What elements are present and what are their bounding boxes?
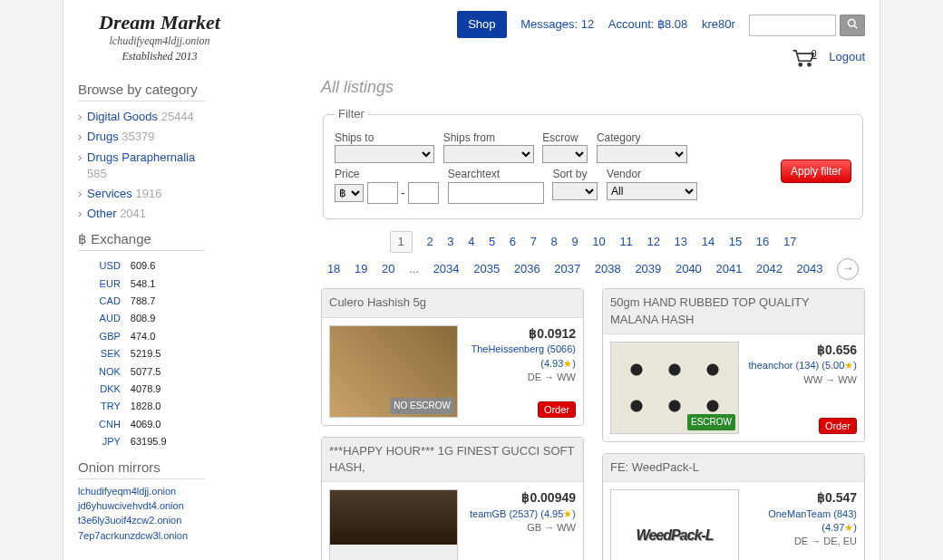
page-link[interactable]: 2: [426, 234, 433, 250]
mirror-link[interactable]: jd6yhuwcivehvdt4.onion: [78, 499, 205, 513]
cart-button[interactable]: 0: [792, 49, 815, 67]
star-icon: ★: [563, 508, 572, 519]
listing-thumbnail[interactable]: ESCROW: [329, 489, 458, 560]
page-link[interactable]: 18: [327, 261, 340, 277]
listing-title[interactable]: ***HAPPY HOUR*** 1G FINEST GUCCI SOFT HA…: [322, 438, 583, 482]
ships-to-select[interactable]: [335, 145, 434, 163]
page-link[interactable]: 2043: [797, 261, 823, 277]
logout-link[interactable]: Logout: [829, 51, 865, 64]
page-link[interactable]: 2036: [514, 261, 540, 277]
logo-onion: lchudifyeqm4ldjj.onion: [78, 34, 241, 48]
apply-filter-button[interactable]: Apply filter: [781, 159, 851, 183]
page-link[interactable]: 14: [702, 234, 715, 250]
username-link[interactable]: kre80r: [702, 17, 735, 31]
page-link[interactable]: 11: [619, 234, 632, 250]
page-ellipsis: ...: [409, 261, 419, 277]
page-link[interactable]: 8: [551, 234, 558, 250]
cat-item[interactable]: Services 1916: [78, 184, 205, 204]
page-link[interactable]: 2039: [635, 261, 661, 277]
page-link[interactable]: 2035: [473, 261, 500, 277]
page-link[interactable]: 20: [382, 261, 394, 277]
page-link[interactable]: 4: [468, 234, 474, 250]
page-link[interactable]: 16: [756, 234, 769, 250]
vendor-select[interactable]: All: [607, 182, 697, 200]
page-link[interactable]: 2042: [756, 261, 783, 277]
filter-legend: Filter: [335, 106, 368, 122]
listing-thumbnail[interactable]: WeedPack-LNO ESCROW: [610, 489, 739, 560]
price-min-input[interactable]: [367, 182, 398, 204]
searchtext-input[interactable]: [448, 182, 544, 204]
filter-panel: Filter Ships to Ships from Escrow Catego…: [323, 106, 863, 219]
page-link[interactable]: 19: [355, 261, 367, 277]
page-link[interactable]: 2034: [433, 261, 460, 277]
cat-item[interactable]: Digital Goods 25444: [78, 107, 205, 127]
pagination: 1 2 3 4 5 6 7 8 9 10 11 12 13 14 15 16 1…: [321, 228, 865, 283]
cat-item[interactable]: Other 2041: [78, 204, 205, 224]
listing-title[interactable]: 50gm HAND RUBBED TOP QUALITY MALANA HASH: [603, 289, 864, 333]
listing-card: ***HAPPY HOUR*** 1G FINEST GUCCI SOFT HA…: [321, 437, 584, 560]
page-link[interactable]: 2038: [595, 261, 621, 277]
category-list: Digital Goods 25444 Drugs 35379 Drugs Pa…: [78, 107, 205, 224]
mirrors-list: lchudifyeqm4ldjj.onion jd6yhuwcivehvdt4.…: [78, 485, 205, 544]
mirror-link[interactable]: lchudifyeqm4ldjj.onion: [78, 485, 205, 498]
mirrors-heading: Onion mirrors: [78, 458, 205, 477]
sortby-select[interactable]: [552, 182, 598, 200]
svg-point-2: [799, 63, 802, 66]
listing-thumbnail[interactable]: NO ESCROW: [329, 325, 458, 418]
svg-point-3: [807, 63, 810, 66]
page-link[interactable]: 2041: [715, 261, 742, 277]
category-select[interactable]: [597, 145, 687, 163]
cart-count: 0: [811, 47, 816, 61]
listing-thumbnail[interactable]: ESCROW: [610, 342, 739, 434]
page-link[interactable]: 15: [729, 234, 742, 250]
star-icon: ★: [563, 358, 572, 369]
brand-name: Dream Market: [78, 11, 241, 34]
search-button[interactable]: [840, 14, 865, 36]
escrow-badge: NO ESCROW: [390, 398, 454, 414]
page-current: 1: [390, 231, 413, 253]
escrow-select[interactable]: [542, 145, 588, 163]
page-link[interactable]: 2040: [676, 261, 702, 277]
page-link[interactable]: 17: [783, 234, 796, 250]
next-page-arrow-icon[interactable]: →: [837, 258, 859, 280]
page-link[interactable]: 9: [571, 234, 578, 250]
listing-card: 50gm HAND RUBBED TOP QUALITY MALANA HASH…: [602, 288, 865, 441]
page-link[interactable]: 10: [592, 234, 605, 250]
search-input[interactable]: [749, 14, 836, 36]
svg-line-1: [854, 25, 857, 28]
cat-item[interactable]: Drugs 35379: [78, 127, 205, 147]
escrow-badge: ESCROW: [687, 414, 735, 430]
page-link[interactable]: 12: [646, 234, 659, 250]
account-link[interactable]: Account: ฿8.08: [608, 17, 688, 31]
listing-title[interactable]: FE: WeedPack-L: [603, 454, 864, 482]
listing-card: Culero Hashish 5g NO ESCROW ฿0.0912 TheH…: [321, 288, 584, 425]
page-link[interactable]: 5: [489, 234, 495, 250]
page-link[interactable]: 6: [510, 234, 516, 250]
listing-card: FE: WeedPack-L WeedPack-LNO ESCROW ฿0.54…: [602, 453, 865, 560]
price-max-input[interactable]: [408, 182, 439, 204]
listing-title[interactable]: Culero Hashish 5g: [322, 289, 583, 317]
search-icon: [847, 18, 858, 29]
order-button[interactable]: Order: [819, 418, 857, 434]
exchange-heading: ฿ Exchange: [78, 229, 205, 248]
cat-item[interactable]: Drugs Paraphernalia 585: [78, 148, 205, 184]
shop-tab[interactable]: Shop: [457, 11, 506, 38]
star-icon: ★: [844, 360, 853, 371]
mirror-link[interactable]: 7ep7acrkunzdcw3l.onion: [78, 529, 205, 543]
order-button[interactable]: Order: [538, 401, 576, 418]
logo-established: Established 2013: [78, 50, 241, 63]
star-icon: ★: [844, 522, 853, 533]
exchange-table: USD609.6 EUR548.1 CAD788.7 AUD808.9 GBP4…: [78, 256, 205, 451]
mirror-link[interactable]: t3e6ly3uoif4zcw2.onion: [78, 514, 205, 527]
logo: Dream Market lchudifyeqm4ldjj.onion Esta…: [78, 11, 241, 63]
messages-link[interactable]: Messages: 12: [520, 17, 594, 31]
page-link[interactable]: 2037: [554, 261, 580, 277]
page-title: All listings: [321, 76, 865, 99]
price-currency-select[interactable]: ฿: [335, 184, 364, 202]
page-link[interactable]: 13: [675, 234, 687, 250]
browse-heading: Browse by category: [78, 80, 205, 99]
page-link[interactable]: 7: [530, 234, 537, 250]
svg-point-0: [849, 20, 856, 27]
ships-from-select[interactable]: [443, 145, 534, 163]
page-link[interactable]: 3: [447, 234, 453, 250]
